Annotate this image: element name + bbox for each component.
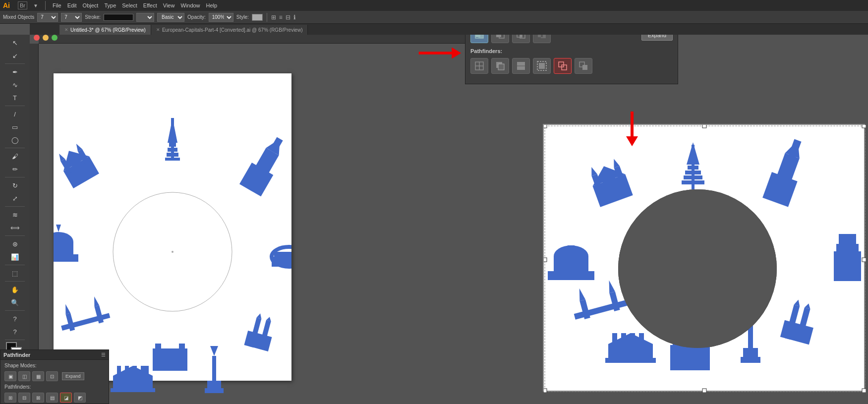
win-min-button[interactable] xyxy=(43,35,49,41)
win-close-button[interactable] xyxy=(34,35,40,41)
h-select[interactable]: 7 xyxy=(61,13,82,22)
curvature-tool[interactable]: ∿ xyxy=(8,79,22,91)
trim-button[interactable] xyxy=(491,58,509,74)
opacity-select[interactable]: 100% xyxy=(209,13,233,22)
svg-marker-129 xyxy=(606,280,615,293)
svg-rect-5 xyxy=(168,148,177,152)
result-svg xyxy=(544,125,866,393)
svg-rect-47 xyxy=(117,366,121,378)
bp-crop-btn[interactable]: ▤ xyxy=(46,393,58,403)
svg-rect-137 xyxy=(621,333,626,347)
type-tool[interactable]: T xyxy=(8,92,22,104)
merge-button[interactable] xyxy=(512,58,530,74)
brush-select[interactable]: Basic xyxy=(157,13,184,22)
style-preview xyxy=(252,14,263,21)
crop-button[interactable] xyxy=(533,58,551,74)
stroke-label: Stroke: xyxy=(85,14,101,20)
tab-european[interactable]: ✕ European-Capitals-Part-4 [Converted].a… xyxy=(151,25,308,35)
pathfinders-row xyxy=(470,58,673,74)
unknown-tool-2[interactable]: ? xyxy=(8,326,22,338)
menu-select[interactable]: Select xyxy=(122,2,137,8)
bp-shape-modes-row: ▣ ◫ ▦ ⊡ Expand xyxy=(4,371,105,381)
svg-rect-21 xyxy=(54,254,78,262)
tabs-bar: ✕ Untitled-3* @ 67% (RGB/Preview) ✕ Euro… xyxy=(30,24,868,35)
tool-separator-4 xyxy=(5,177,25,177)
tab-untitled[interactable]: ✕ Untitled-3* @ 67% (RGB/Preview) xyxy=(59,25,151,35)
bp-expand-btn[interactable]: Expand xyxy=(62,372,84,380)
rotate-tool[interactable]: ↻ xyxy=(8,179,22,191)
menu-effect[interactable]: Effect xyxy=(143,2,157,8)
bp-merge-btn[interactable]: ⊠ xyxy=(32,393,44,403)
transform-icon[interactable]: ⊟ xyxy=(286,14,290,21)
bottom-pathfinder-panel: Pathfinder ☰ Shape Modes: ▣ ◫ ▦ ⊡ Expand… xyxy=(0,349,109,404)
bottom-pathfinder-header: Pathfinder ☰ xyxy=(0,350,109,360)
select-tool[interactable]: ↖ xyxy=(8,37,22,49)
unknown-tool-1[interactable]: ? xyxy=(8,313,22,325)
menu-type[interactable]: Type xyxy=(104,2,116,8)
bp-minus-back-btn[interactable]: ◩ xyxy=(74,393,86,403)
menu-object[interactable]: Object xyxy=(83,2,99,8)
column-graph-tool[interactable]: 📊 xyxy=(8,251,22,263)
scale-tool[interactable]: ⤢ xyxy=(8,192,22,204)
menu-view[interactable]: View xyxy=(163,2,175,8)
svg-rect-133 xyxy=(741,357,760,363)
direct-select-tool[interactable]: ↙ xyxy=(8,50,22,61)
brush-tool[interactable]: 🖌 xyxy=(8,150,22,162)
tab-european-close-icon[interactable]: ✕ xyxy=(156,27,160,32)
divide-button[interactable] xyxy=(470,58,488,74)
svg-rect-96 xyxy=(682,180,704,184)
pencil-tool[interactable]: ✏ xyxy=(8,163,22,175)
bp-pathfinders-row: ⊞ ⊟ ⊠ ▤ ◪ ◩ xyxy=(4,393,105,403)
svg-rect-44 xyxy=(205,388,224,393)
stroke-select[interactable] xyxy=(136,13,154,22)
outline-button[interactable] xyxy=(554,58,572,74)
line-tool[interactable]: / xyxy=(8,108,22,120)
warp-tool[interactable]: ≋ xyxy=(8,209,22,221)
ellipse-tool[interactable]: ◯ xyxy=(8,134,22,146)
bp-pathfinders-label: Pathfinders: xyxy=(4,384,31,390)
bp-intersect-btn[interactable]: ▦ xyxy=(32,371,44,381)
bp-exclude-btn[interactable]: ⊡ xyxy=(46,371,58,381)
tab-close-icon[interactable]: ✕ xyxy=(64,27,68,32)
win-max-button[interactable] xyxy=(52,35,58,41)
stroke-preview xyxy=(104,14,133,21)
bp-outline-btn[interactable]: ◪ xyxy=(60,393,72,403)
canvas-area xyxy=(30,35,476,404)
menu-help[interactable]: Help xyxy=(206,2,218,8)
bp-pathfinders-label-row: Pathfinders: xyxy=(4,384,105,390)
svg-rect-136 xyxy=(612,333,617,347)
pen-tool[interactable]: ✒ xyxy=(8,66,22,78)
svg-rect-132 xyxy=(743,348,758,357)
align-icon[interactable]: ≡ xyxy=(279,14,283,21)
artboard-tool[interactable]: ⬚ xyxy=(8,267,22,279)
bp-unite-btn[interactable]: ▣ xyxy=(4,371,16,381)
svg-rect-110 xyxy=(548,271,594,280)
svg-rect-119 xyxy=(780,320,813,345)
hand-tool[interactable]: ✋ xyxy=(8,284,22,295)
width-tool[interactable]: ⟺ xyxy=(8,222,22,233)
bp-trim-btn[interactable]: ⊟ xyxy=(18,393,30,403)
rect-tool[interactable]: ▭ xyxy=(8,121,22,133)
symbol-tool[interactable]: ⊛ xyxy=(8,238,22,250)
menu-bar: Ai Br ▼ File Edit Object Type Select Eff… xyxy=(0,0,868,11)
ruler-horizontal xyxy=(39,35,476,44)
bp-minus-front-btn[interactable]: ◫ xyxy=(18,371,30,381)
bottom-panel-menu-icon[interactable]: ☰ xyxy=(101,352,106,357)
menu-file[interactable]: File xyxy=(53,2,61,8)
svg-rect-83 xyxy=(702,125,706,128)
svg-rect-86 xyxy=(862,258,866,262)
tab-european-label: European-Capitals-Part-4 [Converted].ai … xyxy=(162,27,303,33)
minus-back-button[interactable] xyxy=(575,58,592,74)
menu-window[interactable]: Window xyxy=(180,2,200,8)
menu-edit[interactable]: Edit xyxy=(67,2,77,8)
arrange-icon[interactable]: ⊞ xyxy=(271,14,276,21)
bp-shape-modes-label: Shape Modes: xyxy=(4,363,37,368)
svg-rect-89 xyxy=(862,389,866,393)
svg-point-143 xyxy=(618,189,777,348)
zoom-tool[interactable]: 🔍 xyxy=(8,296,22,308)
arrow-down xyxy=(622,109,642,149)
bp-divide-btn[interactable]: ⊞ xyxy=(4,393,16,403)
w-select[interactable]: 7 xyxy=(37,13,58,22)
svg-rect-4 xyxy=(169,143,176,147)
info-icon[interactable]: ℹ xyxy=(293,14,296,21)
